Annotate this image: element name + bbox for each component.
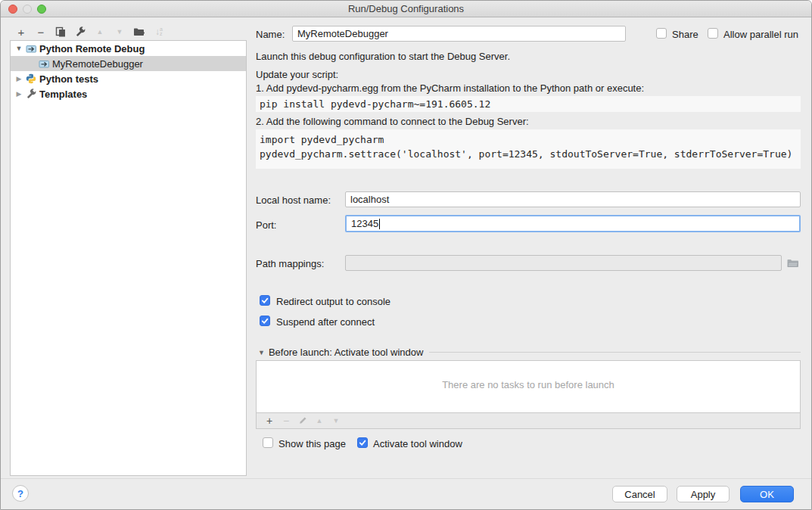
check-icon: [359, 439, 366, 446]
check-icon: [261, 297, 269, 304]
task-list-toolbar: + − ▲ ▼: [256, 413, 801, 429]
move-up-button[interactable]: ▲: [90, 23, 110, 40]
settrace-code-block: import pydevd_pycharm pydevd_pycharm.set…: [256, 129, 801, 169]
step2-text: 2. Add the following command to connect …: [256, 116, 529, 127]
chevron-expanded-icon[interactable]: ▼: [14, 45, 23, 52]
edit-templates-button[interactable]: [70, 23, 90, 40]
before-launch-task-list[interactable]: There are no tasks to run before launch: [256, 360, 801, 413]
path-mappings-label: Path mappings:: [256, 258, 324, 269]
tree-item-label: MyRemoteDebugger: [52, 58, 143, 70]
allow-parallel-run-label: Allow parallel run: [723, 29, 798, 40]
text-caret: [379, 219, 380, 229]
arrow-down-icon: ▼: [333, 418, 340, 424]
show-this-page-label: Show this page: [278, 438, 346, 449]
title-bar: Run/Debug Configurations: [1, 1, 811, 17]
remove-configuration-button[interactable]: −: [31, 23, 51, 40]
name-label: Name:: [256, 29, 285, 40]
share-checkbox[interactable]: [656, 28, 667, 39]
add-configuration-button[interactable]: +: [11, 23, 31, 40]
ok-button[interactable]: OK: [740, 486, 794, 502]
suspend-after-connect-checkbox[interactable]: [260, 316, 270, 326]
activate-tool-window-checkbox[interactable]: [357, 437, 368, 448]
port-label: Port:: [256, 219, 276, 231]
wrench-icon: [75, 26, 86, 37]
zoom-window-button[interactable]: [37, 5, 46, 14]
footer-separator: [1, 478, 811, 479]
pip-install-code: pip install pydevd-pycharm~=191.6605.12: [256, 96, 801, 112]
move-task-up-button[interactable]: ▲: [311, 412, 328, 429]
remote-debug-config-icon: [25, 42, 37, 54]
close-window-button[interactable]: [8, 5, 17, 14]
cancel-button[interactable]: Cancel: [612, 486, 667, 502]
before-launch-header[interactable]: ▼ Before launch: Activate tool window: [258, 347, 801, 358]
allow-parallel-run-checkbox[interactable]: [708, 28, 718, 39]
copy-icon: [55, 26, 66, 37]
wrench-icon: [25, 88, 37, 100]
move-down-button[interactable]: ▼: [110, 23, 129, 40]
port-value: 12345: [351, 218, 378, 229]
configurations-toolbar: + − ▲ ▼ ↓ az: [11, 23, 169, 40]
chevron-collapsed-icon[interactable]: ▶: [14, 90, 23, 98]
intro-text: Launch this debug configuration to start…: [256, 51, 510, 62]
tree-item-templates[interactable]: ▶ Templates: [11, 86, 246, 101]
local-host-name-label: Local host name:: [256, 194, 331, 206]
new-folder-icon: [133, 26, 145, 37]
help-button[interactable]: ?: [12, 485, 29, 502]
question-mark-icon: ?: [17, 488, 23, 499]
configurations-tree: ▼ Python Remote Debug MyRemoteDebugger ▶…: [10, 40, 247, 476]
python-logo-icon: [25, 73, 37, 85]
chevron-expanded-icon: ▼: [258, 349, 265, 356]
apply-button[interactable]: Apply: [677, 486, 730, 502]
no-tasks-message: There are no tasks to run before launch: [257, 379, 800, 390]
share-label: Share: [672, 29, 698, 40]
chevron-collapsed-icon[interactable]: ▶: [14, 75, 23, 82]
folder-icon: [786, 257, 799, 269]
path-mappings-input[interactable]: [345, 255, 782, 271]
redirect-output-checkbox[interactable]: [260, 295, 270, 306]
tree-item-myremotedebugger[interactable]: MyRemoteDebugger: [11, 56, 246, 71]
window-controls: [8, 5, 46, 14]
plus-icon: +: [266, 415, 272, 426]
show-this-page-checkbox[interactable]: [263, 437, 273, 448]
tree-item-label: Templates: [39, 89, 87, 100]
window-title: Run/Debug Configurations: [348, 3, 464, 14]
code-line-2: pydevd_pycharm.settrace('localhost', por…: [260, 147, 797, 161]
run-debug-configurations-dialog: Run/Debug Configurations + − ▲ ▼ ↓ az: [0, 0, 812, 510]
tree-item-python-remote-debug[interactable]: ▼ Python Remote Debug: [11, 41, 246, 56]
edit-task-button[interactable]: [294, 412, 311, 429]
suspend-after-connect-label: Suspend after connect: [276, 316, 375, 328]
activate-tool-window-label: Activate tool window: [373, 438, 462, 449]
tree-item-label: Python tests: [39, 73, 98, 85]
minus-icon: −: [283, 415, 289, 426]
plus-icon: +: [18, 26, 25, 38]
remote-debug-config-icon: [38, 58, 50, 70]
tree-item-python-tests[interactable]: ▶ Python tests: [11, 71, 246, 86]
remove-task-button[interactable]: −: [278, 412, 294, 429]
move-task-down-button[interactable]: ▼: [328, 412, 344, 429]
minus-icon: −: [38, 26, 45, 38]
section-rule: [429, 352, 801, 353]
browse-path-mappings-button[interactable]: [786, 257, 799, 269]
name-input[interactable]: [292, 26, 626, 42]
port-input[interactable]: 12345: [345, 215, 801, 232]
update-script-text: Update your script:: [256, 69, 338, 80]
check-icon: [261, 317, 269, 325]
arrow-up-icon: ▲: [97, 29, 104, 36]
sort-az-icon: ↓ az: [155, 26, 163, 37]
step1-text: 1. Add pydevd-pycharm.egg from the PyCha…: [256, 82, 644, 94]
create-folder-button[interactable]: [129, 23, 149, 40]
code-line-1: import pydevd_pycharm: [260, 132, 797, 147]
local-host-name-input[interactable]: [345, 191, 801, 207]
minimize-window-button[interactable]: [23, 5, 32, 14]
redirect-output-label: Redirect output to console: [276, 296, 390, 307]
arrow-down-icon: ▼: [117, 29, 123, 36]
sort-alphabetically-button[interactable]: ↓ az: [149, 23, 169, 40]
tree-item-label: Python Remote Debug: [39, 43, 145, 54]
arrow-up-icon: ▲: [316, 418, 323, 424]
pencil-icon: [298, 416, 307, 425]
add-task-button[interactable]: +: [261, 412, 278, 429]
before-launch-title: Before launch: Activate tool window: [269, 347, 424, 358]
copy-configuration-button[interactable]: [51, 23, 70, 40]
